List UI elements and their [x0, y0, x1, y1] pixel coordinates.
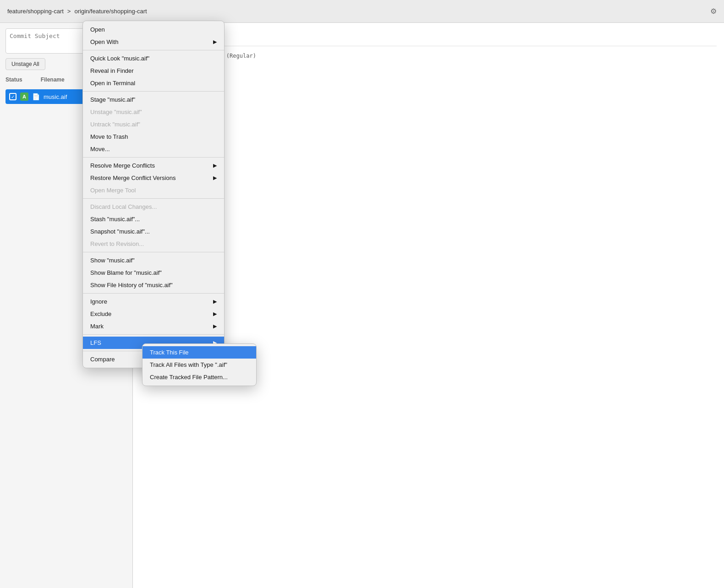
file-type-icon: 📄	[32, 93, 40, 100]
menu-item-ignore[interactable]: Ignore▶	[83, 295, 224, 308]
menu-item-open-in-terminal[interactable]: Open in Terminal	[83, 77, 224, 89]
menu-item-label: Open With	[90, 38, 118, 45]
menu-item-label: Unstage "music.aif"	[90, 109, 142, 115]
unstage-all-button[interactable]: Unstage All	[5, 58, 45, 70]
menu-separator	[83, 252, 224, 252]
menu-item-stash--music-aif----[interactable]: Stash "music.aif"...	[83, 213, 224, 225]
menu-item-label: Resolve Merge Conflicts	[90, 162, 155, 169]
menu-item-label: Ignore	[90, 298, 107, 305]
submenu-arrow-icon: ▶	[213, 163, 217, 169]
file-name-label: music.aif	[44, 93, 67, 100]
diff-content: new file with mode 100644 (Regular) bina…	[140, 52, 717, 69]
menu-item-move---[interactable]: Move...	[83, 143, 224, 155]
menu-item-reveal-in-finder[interactable]: Reveal in Finder	[83, 65, 224, 77]
menu-item-stage--music-aif-[interactable]: Stage "music.aif"	[83, 93, 224, 106]
menu-item-label: Compare	[90, 356, 115, 363]
menu-item-label: LFS	[90, 339, 101, 346]
lfs-submenu: Track This FileTrack All Files with Type…	[142, 343, 257, 386]
submenu-item-label: Track This File	[150, 349, 189, 356]
menu-separator	[83, 293, 224, 294]
filename-column-header: Filename	[41, 76, 65, 83]
menu-separator	[83, 50, 224, 50]
menu-item-label: Reveal in Finder	[90, 67, 134, 74]
file-header: 📄 music.aif	[140, 30, 717, 46]
current-branch: feature/shopping-cart	[7, 8, 64, 15]
top-bar: feature/shopping-cart > origin/feature/s…	[0, 0, 724, 23]
menu-item-mark[interactable]: Mark▶	[83, 320, 224, 332]
diff-line-1: new file with mode 100644 (Regular)	[140, 52, 717, 60]
menu-item-label: Move...	[90, 146, 110, 152]
submenu-item-label: Create Tracked File Pattern...	[150, 374, 228, 381]
file-checkbox[interactable]: ✓	[9, 93, 16, 100]
menu-item-show-blame-for--music-aif-[interactable]: Show Blame for "music.aif"	[83, 267, 224, 279]
menu-item-label: Stage "music.aif"	[90, 96, 135, 103]
menu-separator	[83, 91, 224, 92]
settings-icon[interactable]: ⚙	[710, 7, 717, 16]
submenu-arrow-icon: ▶	[213, 175, 217, 181]
menu-item-quick-look--music-aif-[interactable]: Quick Look "music.aif"	[83, 52, 224, 65]
menu-item-label: Open Merge Tool	[90, 187, 136, 194]
menu-item-show--music-aif-[interactable]: Show "music.aif"	[83, 254, 224, 267]
menu-item-open[interactable]: Open	[83, 23, 224, 36]
menu-item-untrack--music-aif-: Untrack "music.aif"	[83, 118, 224, 131]
menu-item-label: Show File History of "music.aif"	[90, 282, 173, 289]
menu-item-label: Show Blame for "music.aif"	[90, 269, 162, 276]
submenu-arrow-icon: ▶	[213, 299, 217, 305]
submenu-item-track-this-file[interactable]: Track This File	[143, 346, 256, 359]
menu-separator	[83, 334, 224, 335]
menu-item-label: Revert to Revision...	[90, 240, 144, 247]
menu-item-label: Open in Terminal	[90, 80, 135, 87]
menu-separator	[83, 198, 224, 199]
menu-item-revert-to-revision---: Revert to Revision...	[83, 238, 224, 250]
submenu-item-create-tracked-file-pattern---[interactable]: Create Tracked File Pattern...	[143, 371, 256, 383]
menu-item-label: Stash "music.aif"...	[90, 216, 140, 223]
menu-item-label: Open	[90, 26, 105, 33]
menu-item-unstage--music-aif-: Unstage "music.aif"	[83, 106, 224, 118]
menu-item-move-to-trash[interactable]: Move to Trash	[83, 131, 224, 143]
menu-item-label: Restore Merge Conflict Versions	[90, 174, 176, 181]
branch-separator: >	[67, 8, 71, 15]
menu-item-resolve-merge-conflicts[interactable]: Resolve Merge Conflicts▶	[83, 159, 224, 172]
menu-item-restore-merge-conflict-versions[interactable]: Restore Merge Conflict Versions▶	[83, 172, 224, 184]
remote-branch: origin/feature/shopping-cart	[74, 8, 147, 15]
status-column-header: Status	[5, 76, 22, 83]
submenu-item-track-all-files-with-type---aif-[interactable]: Track All Files with Type ".aif"	[143, 359, 256, 371]
file-status-badge: A	[20, 93, 28, 101]
menu-item-label: Discard Local Changes...	[90, 203, 157, 210]
menu-item-exclude[interactable]: Exclude▶	[83, 308, 224, 320]
menu-item-snapshot--music-aif----[interactable]: Snapshot "music.aif"...	[83, 225, 224, 238]
submenu-arrow-icon: ▶	[213, 39, 217, 45]
menu-item-label: Mark	[90, 323, 104, 330]
context-menu: OpenOpen With▶Quick Look "music.aif"Reve…	[82, 21, 225, 368]
menu-separator	[83, 157, 224, 158]
menu-item-label: Snapshot "music.aif"...	[90, 228, 150, 235]
menu-item-label: Exclude	[90, 310, 111, 317]
menu-item-open-with[interactable]: Open With▶	[83, 36, 224, 48]
menu-item-label: Quick Look "music.aif"	[90, 55, 149, 62]
menu-item-label: Untrack "music.aif"	[90, 121, 140, 128]
menu-item-label: Move to Trash	[90, 133, 128, 140]
menu-item-show-file-history-of--music-aif-[interactable]: Show File History of "music.aif"	[83, 279, 224, 291]
menu-item-open-merge-tool: Open Merge Tool	[83, 184, 224, 196]
menu-item-discard-local-changes---: Discard Local Changes...	[83, 201, 224, 213]
submenu-arrow-icon: ▶	[213, 323, 217, 329]
submenu-item-label: Track All Files with Type ".aif"	[150, 361, 227, 368]
menu-item-label: Show "music.aif"	[90, 257, 135, 264]
diff-line-2: binary file differs	[140, 60, 717, 69]
submenu-arrow-icon: ▶	[213, 311, 217, 317]
